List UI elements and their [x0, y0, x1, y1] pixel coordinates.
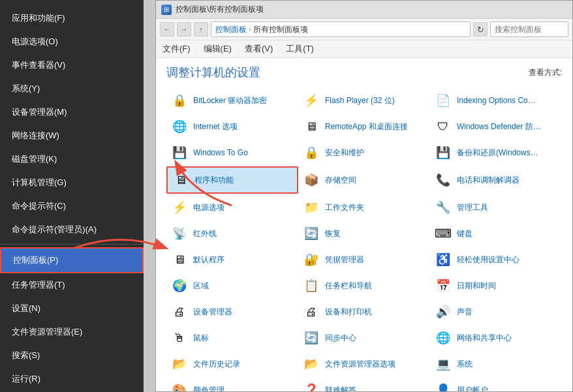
control-panel-window: ⊞ 控制面板\所有控制面板项 ← → ↑ 控制面板 › 所有控制面板项 ↻ 文件… — [155, 0, 573, 392]
sidebar-item-label: 文件资源管理器(E) — [12, 326, 82, 338]
grid-item-[interactable]: ⚡电源选项 — [166, 195, 298, 220]
grid-item-Internet-[interactable]: 🌐Internet 选项 — [166, 114, 298, 139]
sidebar-item-apps[interactable]: 应用和功能(F) — [0, 7, 144, 30]
grid-item-[interactable]: 🔐凭据管理器 — [298, 247, 430, 272]
grid-item-[interactable]: 🖥程序和功能 — [166, 166, 298, 194]
grid-item-[interactable]: 🖱鼠标 — [166, 325, 298, 350]
item-label: Flash Player (32 位) — [325, 96, 395, 105]
sidebar-item-devmgr[interactable]: 设备管理器(M) — [0, 100, 144, 124]
item-label: 声音 — [457, 307, 472, 316]
sidebar-item-system[interactable]: 系统(Y) — [0, 77, 144, 100]
grid-item-[interactable]: 🌍区域 — [166, 273, 298, 298]
grid-item-[interactable]: 📅日期和时间 — [430, 273, 562, 298]
menu-view[interactable]: 查看(V) — [242, 42, 275, 56]
grid-item-Indexing-Options-Co[interactable]: 📄Indexing Options Co… — [430, 88, 562, 113]
sidebar-item-label: 任务管理器(T) — [12, 279, 65, 291]
item-icon: ⌨ — [434, 224, 452, 243]
grid-item-[interactable]: 📞电话和调制解调器 — [430, 166, 562, 194]
back-button[interactable]: ← — [160, 22, 174, 37]
grid-item-[interactable]: 📁工作文件夹 — [298, 195, 430, 220]
grid-item-[interactable]: 🖥默认程序 — [166, 247, 298, 272]
menu-edit[interactable]: 编辑(E) — [201, 42, 234, 56]
item-label: 系统 — [457, 359, 472, 369]
sidebar-item-eventviewer[interactable]: 事件查看器(V) — [0, 53, 144, 77]
item-icon: 🔄 — [302, 329, 320, 347]
grid-item-[interactable]: 📦存储空间 — [298, 166, 430, 194]
item-label: Indexing Options Co… — [457, 96, 536, 105]
sidebar-item-run[interactable]: 运行(R) — [0, 367, 144, 391]
address-path[interactable]: 控制面板 › 所有控制面板项 — [211, 22, 471, 37]
grid-item-[interactable]: 🖨设备管理器 — [166, 299, 298, 324]
item-icon: 💾 — [170, 143, 189, 162]
item-label: 同步中心 — [325, 333, 356, 342]
grid-item-[interactable]: ♿轻松使用设置中心 — [430, 247, 562, 272]
item-label: 网络和共享中心 — [457, 333, 512, 342]
sidebar-item-diskmgmt[interactable]: 磁盘管理(K) — [0, 147, 144, 171]
item-icon: 🌐 — [434, 329, 452, 347]
item-label: 工作文件夹 — [325, 203, 364, 212]
up-button[interactable]: ↑ — [194, 22, 208, 37]
grid-item-[interactable]: 🔧管理工具 — [430, 195, 562, 220]
grid-item-[interactable]: ⌨键盘 — [430, 221, 562, 246]
grid-item-[interactable]: 🔄同步中心 — [298, 325, 430, 350]
grid-item-BitLocker-[interactable]: 🔒BitLocker 驱动器加密 — [166, 88, 298, 113]
item-icon: 🖨 — [302, 303, 320, 321]
address-bar: ← → ↑ 控制面板 › 所有控制面板项 ↻ — [156, 19, 572, 40]
grid-item-[interactable]: 🔄恢复 — [298, 221, 430, 246]
item-icon: 🖱 — [170, 329, 189, 347]
item-icon: 💻 — [434, 355, 452, 373]
view-mode[interactable]: 查看方式: — [529, 67, 562, 78]
grid-item-[interactable]: 📡红外线 — [166, 221, 298, 246]
menu-divider — [0, 244, 144, 245]
grid-item-[interactable]: 🔊声音 — [430, 299, 562, 324]
sidebar-item-compmgmt[interactable]: 计算机管理(G) — [0, 171, 144, 194]
sidebar-item-cmdadmin[interactable]: 命令提示符(管理员)(A) — [0, 218, 144, 241]
item-icon: 🔒 — [170, 91, 189, 110]
grid-item-Windows-Defender-[interactable]: 🛡Windows Defender 防… — [430, 114, 562, 139]
item-label: 电源选项 — [193, 203, 225, 212]
grid-item-[interactable]: 📂文件资源管理器选项 — [298, 352, 430, 376]
search-input[interactable] — [490, 22, 568, 37]
menu-bar: 文件(F) 编辑(E) 查看(V) 工具(T) — [156, 40, 572, 58]
forward-button[interactable]: → — [177, 22, 191, 37]
item-label: 颜色管理 — [193, 385, 225, 391]
grid-item-[interactable]: 💻系统 — [430, 352, 562, 376]
grid-item-Windows[interactable]: 💾备份和还原(Windows… — [430, 140, 562, 165]
menu-tools[interactable]: 工具(T) — [283, 42, 317, 56]
grid-item-[interactable]: 👤用户帐户 — [430, 378, 562, 391]
sidebar-item-power[interactable]: 电源选项(O) — [0, 30, 144, 53]
refresh-button[interactable]: ↻ — [473, 22, 488, 37]
item-label: 鼠标 — [193, 333, 209, 342]
sidebar-item-search[interactable]: 搜索(S) — [0, 344, 144, 367]
item-label: 备份和还原(Windows… — [457, 148, 538, 157]
sidebar-item-label: 设置(N) — [12, 303, 40, 314]
grid-item-[interactable]: 🎨颜色管理 — [166, 378, 298, 391]
item-icon: ❓ — [302, 381, 320, 391]
sidebar-item-label: 搜索(S) — [12, 350, 40, 361]
sidebar-item-fileexplorer[interactable]: 文件资源管理器(E) — [0, 320, 144, 344]
sidebar-item-controlpanel[interactable]: 控制面板(P) — [0, 247, 144, 273]
sidebar-item-taskmgr[interactable]: 任务管理器(T) — [0, 273, 144, 297]
grid-item-[interactable]: 📋任务栏和导航 — [298, 273, 430, 298]
item-label: Internet 选项 — [193, 122, 238, 131]
sidebar-item-netconn[interactable]: 网络连接(W) — [0, 124, 144, 147]
grid-item-[interactable]: ❓疑难解答 — [298, 378, 430, 391]
grid-item-[interactable]: 🌐网络和共享中心 — [430, 325, 562, 350]
path-part-2: 所有控制面板项 — [253, 24, 308, 35]
item-icon: 🛡 — [434, 117, 452, 136]
menu-file[interactable]: 文件(F) — [160, 42, 193, 56]
grid-item-[interactable]: 📂文件历史记录 — [166, 352, 298, 376]
sidebar-item-settings[interactable]: 设置(N) — [0, 297, 144, 320]
item-label: 电话和调制解调器 — [457, 175, 519, 185]
grid-item-Flash-Player-32-[interactable]: ⚡Flash Player (32 位) — [298, 88, 430, 113]
item-label: 文件历史记录 — [193, 359, 240, 369]
grid-item-Windows-To-Go[interactable]: 💾Windows To Go — [166, 140, 298, 165]
sidebar-item-cmd[interactable]: 命令提示符(C) — [0, 194, 144, 218]
item-label: 程序和功能 — [194, 175, 234, 185]
grid-item-RemoteApp-[interactable]: 🖥RemoteApp 和桌面连接 — [298, 114, 430, 139]
grid-item-[interactable]: 🖨设备和打印机 — [298, 299, 430, 324]
sidebar-item-label: 设备管理器(M) — [12, 106, 67, 118]
grid-item-[interactable]: 🔒安全和维护 — [298, 140, 430, 165]
sidebar-item-label: 运行(R) — [12, 373, 40, 385]
item-label: 默认程序 — [193, 255, 225, 264]
